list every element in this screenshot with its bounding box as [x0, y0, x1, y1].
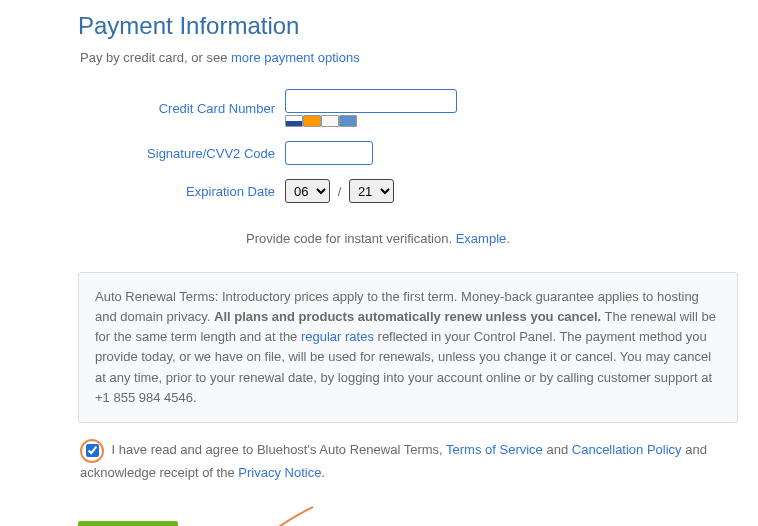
intro-prefix: Pay by credit card, or see	[80, 50, 231, 65]
annotation-arrow-icon	[253, 499, 323, 526]
intro-text: Pay by credit card, or see more payment …	[80, 50, 738, 65]
agree-checkbox[interactable]	[86, 444, 99, 457]
exp-label: Expiration Date	[78, 184, 285, 199]
mastercard-icon	[303, 115, 321, 127]
discover-icon	[321, 115, 339, 127]
cvv-label: Signature/CVV2 Code	[78, 146, 285, 161]
verify-dot: .	[506, 231, 510, 246]
regular-rates-link[interactable]: regular rates	[301, 329, 374, 344]
visa-icon	[285, 115, 303, 127]
page-title: Payment Information	[78, 12, 738, 40]
credit-card-input[interactable]	[285, 89, 457, 113]
agree-checkbox-highlight	[80, 439, 104, 463]
verify-example-link[interactable]: Example	[456, 231, 507, 246]
submit-button[interactable]: submit	[78, 521, 178, 526]
auto-renewal-terms-box: Auto Renewal Terms: Introductory prices …	[78, 272, 738, 423]
cvv-input[interactable]	[285, 141, 373, 165]
verify-row: Provide code for instant verification. E…	[78, 231, 738, 246]
exp-year-select[interactable]: 21	[349, 179, 394, 203]
agree-and1: and	[543, 442, 572, 457]
card-brand-icons	[285, 115, 457, 127]
exp-slash: /	[338, 184, 342, 199]
cc-label: Credit Card Number	[78, 101, 285, 116]
cancellation-policy-link[interactable]: Cancellation Policy	[572, 442, 682, 457]
agree-a1: I have read and agree to Bluehost's Auto…	[108, 442, 446, 457]
terms-bold: All plans and products automatically ren…	[214, 309, 601, 324]
verify-text: Provide code for instant verification.	[246, 231, 456, 246]
amex-icon	[339, 115, 357, 127]
agree-dot: .	[321, 465, 325, 480]
agree-block: I have read and agree to Bluehost's Auto…	[78, 439, 738, 483]
privacy-notice-link[interactable]: Privacy Notice	[238, 465, 321, 480]
more-payment-options-link[interactable]: more payment options	[231, 50, 360, 65]
exp-month-select[interactable]: 06	[285, 179, 330, 203]
terms-of-service-link[interactable]: Terms of Service	[446, 442, 543, 457]
